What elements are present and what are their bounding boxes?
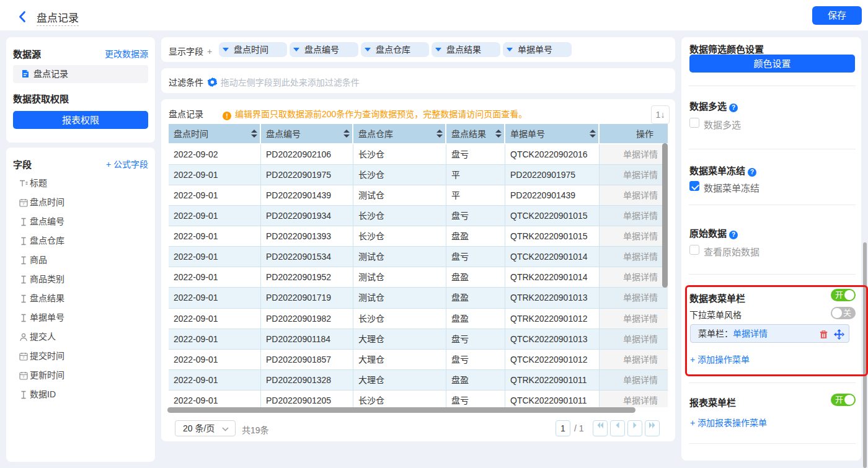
svg-text:7: 7 bbox=[22, 202, 25, 206]
svg-text:7: 7 bbox=[22, 375, 25, 379]
svg-text:7: 7 bbox=[22, 356, 25, 360]
